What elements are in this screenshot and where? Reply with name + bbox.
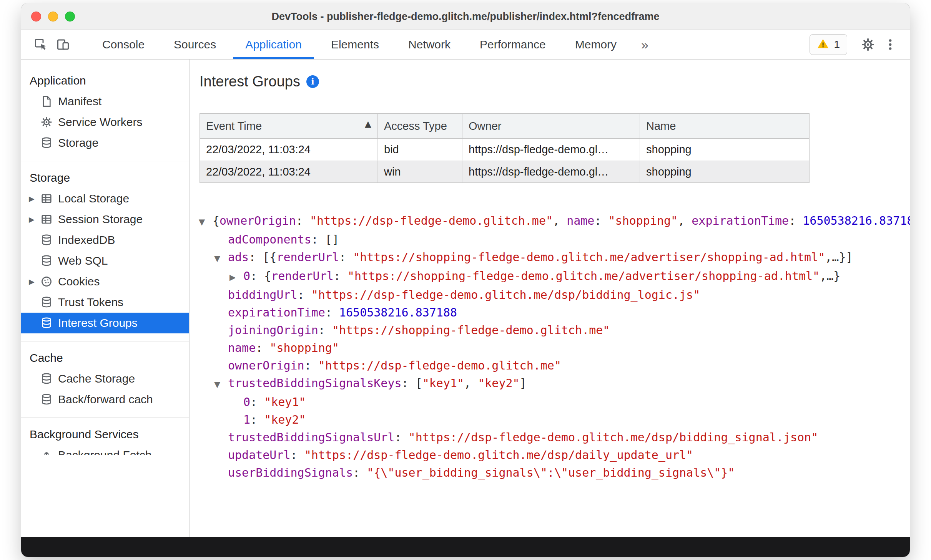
tab-performance[interactable]: Performance (465, 30, 560, 59)
sidebar-section-title: Background Services (21, 424, 189, 445)
tab-console[interactable]: Console (88, 30, 159, 59)
panel-heading: Interest Groups i (200, 72, 910, 91)
table-row[interactable]: 22/03/2022, 11:03:24winhttps://dsp-fledg… (200, 161, 809, 182)
tree-row[interactable]: trustedBiddingSignalsUrl: "https://dsp-f… (190, 429, 910, 446)
table-icon (40, 213, 58, 225)
tree-row[interactable]: expirationTime: 1650538216.837188 (190, 304, 910, 321)
number-value: 1650538216.837188 (803, 214, 910, 227)
property-name: 1 (243, 413, 250, 426)
string-value: "https://shopping-fledge-demo.glitch.me/… (347, 269, 820, 283)
cookie-icon (40, 275, 58, 288)
sidebar-item-manifest[interactable]: Manifest (21, 91, 189, 112)
more-tabs-button[interactable]: » (631, 30, 658, 59)
tab-application[interactable]: Application (231, 30, 316, 59)
warning-triangle-icon (817, 38, 829, 51)
tree-row[interactable]: 1: "key2" (190, 411, 910, 429)
settings-gear-icon[interactable] (857, 30, 879, 59)
sidebar-item-cookies[interactable]: ▶Cookies (21, 271, 189, 292)
gear-icon (40, 116, 58, 128)
json-punctuation: : (594, 214, 608, 227)
expand-triangle-icon[interactable]: ▶ (29, 194, 40, 203)
device-toolbar-icon[interactable] (52, 30, 74, 59)
tree-row[interactable]: name: "shopping" (190, 339, 910, 357)
inspect-cursor-icon[interactable] (30, 30, 52, 59)
property-name: ownerOrigin (228, 359, 304, 372)
tree-row[interactable]: ownerOrigin: "https://dsp-fledge-demo.gl… (190, 357, 910, 374)
tree-row[interactable]: joiningOrigin: "https://shopping-fledge-… (190, 321, 910, 339)
tree-row[interactable]: ▶0: {renderUrl: "https://shopping-fledge… (190, 267, 910, 286)
tree-row[interactable]: ▼{ownerOrigin: "https://dsp-fledge-demo.… (190, 212, 910, 231)
column-header-event-time[interactable]: Event Time▲ (200, 114, 378, 138)
sidebar-item-cache-storage[interactable]: Cache Storage (21, 368, 189, 389)
property-name: expirationTime (228, 306, 325, 319)
interest-groups-panel: Interest Groups i Event Time▲Access Type… (190, 60, 910, 537)
issues-badge[interactable]: 1 (810, 34, 847, 55)
sidebar-item-label: Cache Storage (58, 372, 135, 385)
json-punctuation: : (291, 448, 304, 462)
kebab-menu-icon[interactable] (879, 30, 901, 59)
sidebar-item-interest-groups[interactable]: Interest Groups (21, 313, 189, 333)
titlebar[interactable]: DevTools - publisher-fledge-demo.glitch.… (21, 3, 910, 30)
tree-row[interactable]: ▼trustedBiddingSignalsKeys: ["key1", "ke… (190, 374, 910, 393)
sidebar-item-storage[interactable]: Storage (21, 133, 189, 153)
tree-row[interactable]: 0: "key1" (190, 393, 910, 411)
expand-triangle-icon[interactable]: ▶ (29, 277, 40, 286)
interest-group-details-tree: ▼{ownerOrigin: "https://dsp-fledge-demo.… (190, 205, 910, 482)
column-header-owner[interactable]: Owner (462, 114, 640, 138)
column-header-access-type[interactable]: Access Type (378, 114, 462, 138)
collapse-triangle-icon[interactable]: ▼ (214, 376, 228, 393)
sidebar-item-label: Interest Groups (58, 316, 138, 330)
property-name: renderUrl (271, 269, 334, 283)
column-header-name[interactable]: Name (640, 114, 809, 138)
collapse-triangle-icon[interactable]: ▼ (214, 250, 228, 267)
database-icon (40, 296, 58, 308)
sidebar-item-label: Background Fetch (58, 449, 151, 455)
sidebar-item-service-workers[interactable]: Service Workers (21, 112, 189, 133)
sidebar-item-back-forward-cach[interactable]: Back/forward cach (21, 389, 189, 410)
property-name: expirationTime (692, 214, 789, 227)
column-label: Event Time (206, 120, 262, 133)
string-value: "shopping" (608, 214, 678, 227)
tree-row[interactable]: ▼ads: [{renderUrl: "https://shopping-fle… (190, 249, 910, 267)
sidebar-item-local-storage[interactable]: ▶Local Storage (21, 188, 189, 209)
table-row[interactable]: 22/03/2022, 11:03:24bidhttps://dsp-fledg… (200, 139, 809, 161)
sidebar-item-indexeddb[interactable]: IndexedDB (21, 230, 189, 250)
cell-access-type: win (378, 161, 462, 182)
property-name: 0 (243, 395, 250, 409)
string-value: "https://shopping-fledge-demo.glitch.me/… (353, 250, 825, 264)
cell-owner: https://dsp-fledge-demo.gl… (462, 139, 640, 161)
tree-row[interactable]: adComponents: [] (190, 231, 910, 249)
devtools-window: DevTools - publisher-fledge-demo.glitch.… (21, 3, 910, 557)
sidebar-item-web-sql[interactable]: Web SQL (21, 250, 189, 271)
tab-network[interactable]: Network (394, 30, 465, 59)
tab-memory[interactable]: Memory (560, 30, 631, 59)
info-icon[interactable]: i (306, 75, 319, 88)
property-name: adComponents (228, 233, 311, 246)
sidebar-item-label: Storage (58, 136, 98, 149)
sidebar-item-label: Service Workers (58, 116, 143, 129)
tab-sources[interactable]: Sources (159, 30, 231, 59)
page-title: Interest Groups (200, 73, 300, 90)
property-name: trustedBiddingSignalsKeys (228, 376, 402, 390)
sidebar-item-session-storage[interactable]: ▶Session Storage (21, 209, 189, 230)
cell-name: shopping (640, 139, 809, 161)
cell-access-type: bid (378, 139, 462, 161)
interest-groups-table: Event Time▲Access TypeOwnerName 22/03/20… (200, 113, 810, 183)
sidebar-item-label: Back/forward cach (58, 393, 153, 406)
string-value: "shopping" (269, 341, 339, 355)
string-value: "https://shopping-fledge-demo.glitch.me" (332, 323, 610, 337)
expand-triangle-icon[interactable]: ▶ (29, 215, 40, 224)
tree-row[interactable]: updateUrl: "https://dsp-fledge-demo.glit… (190, 446, 910, 464)
sidebar-item-background-fetch[interactable]: Background Fetch (21, 445, 189, 455)
sidebar-scroll-area[interactable]: ApplicationManifestService WorkersStorag… (21, 60, 189, 455)
database-icon (40, 317, 58, 329)
tree-row[interactable]: userBiddingSignals: "{\"user_bidding_sig… (190, 464, 910, 482)
expand-triangle-icon[interactable]: ▶ (229, 268, 243, 286)
collapse-triangle-icon[interactable]: ▼ (199, 213, 213, 231)
sidebar-item-trust-tokens[interactable]: Trust Tokens (21, 292, 189, 313)
string-value: "https://dsp-fledge-demo.glitch.me" (310, 214, 553, 227)
database-icon (40, 234, 58, 246)
tree-row[interactable]: biddingUrl: "https://dsp-fledge-demo.gli… (190, 286, 910, 304)
json-punctuation: : (250, 413, 264, 426)
tab-elements[interactable]: Elements (316, 30, 394, 59)
